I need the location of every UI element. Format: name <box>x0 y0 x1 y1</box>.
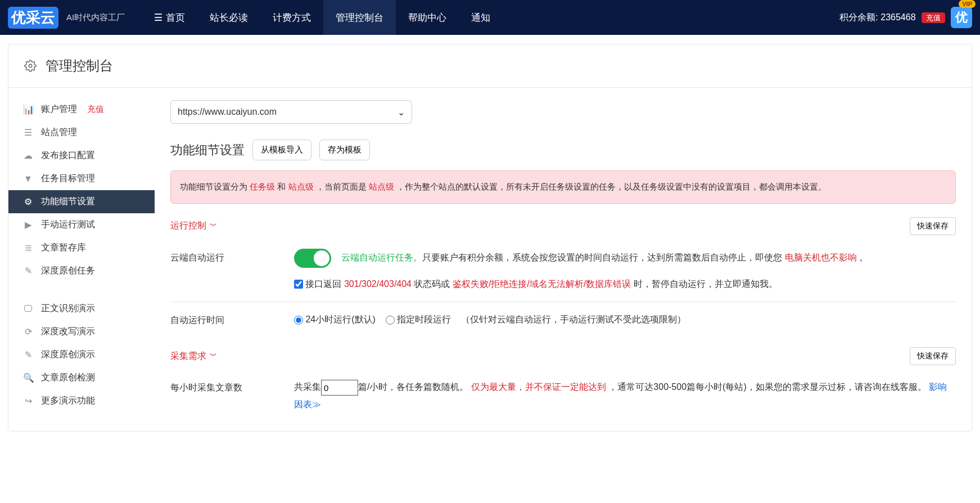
site-select-value: https://www.ucaiyun.com <box>178 107 277 117</box>
bar-chart-icon: 📊 <box>23 104 33 115</box>
nav-items: ☰首页 站长必读 计费方式 管理控制台 帮助中心 通知 <box>142 0 503 35</box>
quick-save-need-button[interactable]: 快速保存 <box>910 347 956 365</box>
chevron-down-icon: ︾ <box>210 221 217 231</box>
nav-console[interactable]: 管理控制台 <box>323 0 396 35</box>
sidebar-item-sites[interactable]: ☰站点管理 <box>8 121 155 144</box>
shutdown-note: 电脑关机也不影响 <box>782 253 859 262</box>
share-icon: ↪ <box>23 396 33 406</box>
sidebar-item-manual-test[interactable]: ▶手动运行测试 <box>8 213 155 236</box>
recharge-badge: 充值 <box>87 104 104 115</box>
pause-on-error-checkbox[interactable] <box>294 280 303 289</box>
info-alert: 功能细节设置分为 任务级 和 站点级 ，当前页面是 站点级 ，作为整个站点的默认… <box>170 170 956 204</box>
gear-icon <box>23 59 38 73</box>
quick-save-run-button[interactable]: 快速保存 <box>910 217 956 235</box>
sidebar-demo-original[interactable]: ✎深度原创演示 <box>8 343 155 366</box>
logo-subtitle: AI时代内容工厂 <box>66 12 125 23</box>
monitor-icon: 🖵 <box>23 304 33 314</box>
nav-notice[interactable]: 通知 <box>459 0 503 35</box>
import-template-button[interactable]: 从模板导入 <box>252 140 311 160</box>
database-icon: ≣ <box>23 242 33 253</box>
search-icon: 🔍 <box>23 372 33 383</box>
vip-badge: VIP <box>959 0 976 8</box>
sidebar-demo-check[interactable]: 🔍文章原创检测 <box>8 366 155 389</box>
current-level-text: 站点级 <box>369 182 394 191</box>
top-nav: 优采云 AI时代内容工厂 ☰首页 站长必读 计费方式 管理控制台 帮助中心 通知… <box>0 0 980 35</box>
cogs-icon: ⚙ <box>23 196 33 207</box>
site-select[interactable]: https://www.ucaiyun.com ⌄ <box>170 100 412 124</box>
menu-icon: ☰ <box>154 12 162 24</box>
sidebar-demo-body-detect[interactable]: 🖵正文识别演示 <box>8 297 155 320</box>
refresh-icon: ⟳ <box>23 326 33 337</box>
error-codes: 301/302/403/404 <box>341 279 414 289</box>
edit-icon: ✎ <box>23 266 33 276</box>
time-range-radio[interactable] <box>386 316 395 325</box>
page-title: 管理控制台 <box>46 57 113 75</box>
filter-icon: ▼ <box>23 174 33 184</box>
sidebar-item-deep-original[interactable]: ✎深度原创任务 <box>8 259 155 282</box>
auto-run-highlight: 云端自动运行任务。 <box>341 253 422 262</box>
group-run-control-toggle[interactable]: 运行控制︾ <box>170 220 217 232</box>
logo[interactable]: 优采云 AI时代内容工厂 <box>8 7 125 29</box>
section-title: 功能细节设置 <box>170 142 245 159</box>
points-balance: 积分余额: 2365468 充值 <box>839 12 945 24</box>
cloud-upload-icon: ☁ <box>23 150 33 161</box>
nav-home[interactable]: ☰首页 <box>142 0 197 35</box>
svg-point-0 <box>29 64 32 68</box>
cloud-auto-run-switch[interactable] <box>294 249 331 268</box>
hourly-articles-label: 每小时采集文章数 <box>170 379 294 394</box>
max-note: 仅为最大量，并不保证一定能达到 <box>468 382 608 392</box>
avatar-icon: 优 <box>951 7 972 28</box>
sidebar-demo-rewrite[interactable]: ⟳深度改写演示 <box>8 320 155 343</box>
sidebar: 📊账户管理充值 ☰站点管理 ☁发布接口配置 ▼任务目标管理 ⚙功能细节设置 ▶手… <box>8 88 155 431</box>
play-icon: ▶ <box>23 219 33 230</box>
level-site-text: 站点级 <box>288 182 314 191</box>
sidebar-item-publish[interactable]: ☁发布接口配置 <box>8 144 155 167</box>
points-value: 2365468 <box>880 12 915 22</box>
cloud-auto-run-label: 云端自动运行 <box>170 249 294 264</box>
list-icon: ☰ <box>23 127 33 138</box>
recharge-button[interactable]: 充值 <box>922 12 945 23</box>
group-collection-need-toggle[interactable]: 采集需求︾ <box>170 351 217 362</box>
nav-mustread[interactable]: 站长必读 <box>197 0 260 35</box>
chevron-down-icon: ︾ <box>210 351 217 361</box>
sidebar-item-account[interactable]: 📊账户管理充值 <box>8 98 155 121</box>
edit-icon: ✎ <box>23 349 33 360</box>
hourly-articles-input[interactable] <box>321 380 358 396</box>
sidebar-item-stash[interactable]: ≣文章暂存库 <box>8 236 155 259</box>
time-24h-option[interactable]: 24小时运行(默认) <box>294 315 376 324</box>
error-types: 鉴权失败/拒绝连接/域名无法解析/数据库错误 <box>450 279 633 289</box>
logo-badge: 优采云 <box>8 7 58 29</box>
vip-avatar[interactable]: VIP 优 <box>951 7 972 28</box>
sidebar-item-target[interactable]: ▼任务目标管理 <box>8 167 155 190</box>
time-range-option[interactable]: 指定时段运行 <box>386 315 451 324</box>
time-hint: （仅针对云端自动运行，手动运行测试不受此选项限制） <box>461 315 686 324</box>
save-template-button[interactable]: 存为模板 <box>319 140 370 160</box>
auto-run-time-label: 自动运行时间 <box>170 311 294 326</box>
chevron-down-icon: ⌄ <box>398 107 405 118</box>
level-task-text: 任务级 <box>250 182 275 191</box>
sidebar-demo-more[interactable]: ↪更多演示功能 <box>8 389 155 412</box>
sidebar-item-detail-settings[interactable]: ⚙功能细节设置 <box>8 190 155 213</box>
nav-billing[interactable]: 计费方式 <box>260 0 323 35</box>
main-content: https://www.ucaiyun.com ⌄ 功能细节设置 从模板导入 存… <box>155 88 972 431</box>
time-24h-radio[interactable] <box>294 316 303 325</box>
nav-help[interactable]: 帮助中心 <box>396 0 459 35</box>
page-header: 管理控制台 <box>8 44 972 88</box>
